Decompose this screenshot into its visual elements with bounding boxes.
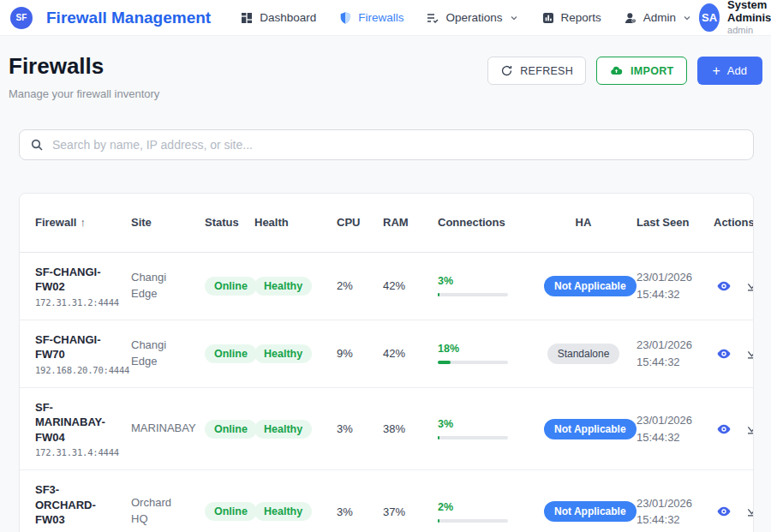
- column-label: Status: [205, 216, 239, 229]
- bar-chart-icon: [541, 11, 555, 25]
- firewall-ip: 192.168.20.70:4444: [35, 365, 117, 375]
- connections-value: 3%: [438, 275, 530, 287]
- trend-down-icon: [745, 346, 754, 362]
- last-seen-time: 15:44:32: [637, 513, 680, 526]
- firewall-name: SF-CHANGI-FW70: [35, 332, 117, 362]
- firewall-name: SF-CHANGI-FW02: [35, 265, 117, 295]
- firewall-ip: 172.31.31.2:4444: [35, 297, 117, 308]
- column-label: Connections: [438, 216, 505, 229]
- connections-value: 2%: [438, 501, 530, 513]
- column-header-last-seen[interactable]: Last Seen: [630, 194, 707, 252]
- cpu-value: 3%: [337, 422, 353, 435]
- nav-label: Operations: [445, 11, 502, 24]
- status-badge: Online: [205, 277, 257, 296]
- last-seen-date: 23/01/2026: [637, 338, 692, 351]
- nav-label: Firewalls: [358, 11, 403, 24]
- nav-label: Reports: [561, 11, 601, 24]
- column-header-connections[interactable]: Connections: [431, 194, 537, 252]
- table-row: SF-CHANGI-FW70 192.168.20.70:4444 Changi…: [20, 320, 754, 387]
- add-label: Add: [727, 64, 747, 77]
- firewall-table-card: Firewall↑ Site Status Health CPU RAM Con…: [19, 193, 754, 532]
- cpu-value: 2%: [337, 279, 353, 292]
- metrics-trend-button[interactable]: [743, 501, 754, 522]
- cpu-value: 9%: [337, 347, 353, 360]
- last-seen-time: 15:44:32: [637, 288, 680, 301]
- metrics-trend-button[interactable]: [743, 344, 754, 364]
- column-header-ha[interactable]: HA: [537, 194, 630, 252]
- page-header: Firewalls Manage your firewall inventory…: [0, 36, 771, 100]
- site-name: Changi Edge: [131, 338, 166, 368]
- column-header-health[interactable]: Health: [248, 194, 330, 252]
- column-header-firewall[interactable]: Firewall↑: [20, 194, 124, 252]
- chevron-down-icon: [682, 13, 692, 23]
- column-header-actions: Actions: [707, 194, 754, 252]
- import-label: IMPORT: [631, 65, 673, 77]
- eye-icon: [716, 346, 732, 362]
- avatar: SA: [699, 3, 720, 32]
- column-header-site[interactable]: Site: [124, 194, 198, 252]
- last-seen-date: 23/01/2026: [637, 414, 692, 427]
- nav-item-admin[interactable]: Admin: [624, 11, 692, 25]
- firewall-name: SF3-ORCHARD-FW03: [35, 482, 117, 528]
- connections-progress-bar: [438, 293, 508, 296]
- health-badge: Healthy: [254, 420, 312, 439]
- last-seen-date: 23/01/2026: [637, 497, 692, 510]
- trend-down-icon: [745, 504, 754, 519]
- eye-icon: [716, 278, 732, 294]
- refresh-label: REFRESH: [520, 65, 573, 77]
- column-label: Health: [254, 216, 289, 229]
- search-box: [19, 129, 754, 160]
- site-name: MARINABAY: [131, 421, 196, 434]
- nav-item-firewalls[interactable]: Firewalls: [338, 11, 403, 25]
- column-label: Last Seen: [637, 216, 689, 229]
- page-title: Firewalls: [9, 53, 159, 80]
- table-header-row: Firewall↑ Site Status Health CPU RAM Con…: [20, 194, 754, 252]
- nav-item-dashboard[interactable]: Dashboard: [240, 11, 316, 25]
- nav-item-operations[interactable]: Operations: [426, 11, 518, 25]
- view-details-button[interactable]: [714, 501, 734, 522]
- view-details-button[interactable]: [714, 276, 734, 296]
- dashboard-grid-icon: [240, 11, 254, 25]
- ram-value: 37%: [383, 505, 405, 518]
- connections-progress-bar: [438, 436, 508, 439]
- cloud-upload-icon: [609, 64, 624, 77]
- app-logo[interactable]: SF: [10, 7, 33, 29]
- connections-progress-fill: [438, 293, 439, 296]
- status-badge: Online: [205, 502, 257, 521]
- nav-label: Admin: [643, 11, 676, 24]
- nav-item-reports[interactable]: Reports: [541, 11, 601, 25]
- cpu-value: 3%: [337, 505, 353, 518]
- column-label: Actions: [714, 216, 754, 229]
- connections-progress-bar: [438, 519, 508, 523]
- eye-icon: [716, 504, 732, 519]
- add-button[interactable]: + Add: [697, 57, 762, 85]
- column-header-ram[interactable]: RAM: [376, 194, 431, 252]
- user-name: System Administrator: [727, 0, 771, 25]
- refresh-icon: [500, 64, 513, 77]
- view-details-button[interactable]: [714, 419, 734, 439]
- firewall-ip: 172.31.31.4:4444: [35, 447, 117, 457]
- table-row: SF-CHANGI-FW02 172.31.31.2:4444 Changi E…: [20, 252, 754, 320]
- column-label: Firewall: [35, 216, 76, 229]
- site-name: Orchard HQ: [131, 496, 171, 525]
- metrics-trend-button[interactable]: [743, 276, 754, 296]
- search-icon: [30, 138, 44, 152]
- user-gear-icon: [624, 11, 637, 25]
- sort-asc-icon: ↑: [80, 216, 86, 229]
- eye-icon: [716, 421, 732, 437]
- ha-badge: Standalone: [547, 344, 620, 364]
- logo-text: SF: [16, 13, 27, 22]
- column-header-cpu[interactable]: CPU: [330, 194, 376, 252]
- user-menu[interactable]: SA System Administrator admin: [699, 0, 771, 36]
- metrics-trend-button[interactable]: [743, 419, 754, 439]
- column-header-status[interactable]: Status: [198, 194, 248, 252]
- refresh-button[interactable]: REFRESH: [487, 57, 586, 85]
- ram-value: 42%: [383, 279, 405, 292]
- column-label: Site: [131, 216, 152, 229]
- import-button[interactable]: IMPORT: [596, 57, 686, 85]
- list-check-icon: [426, 11, 439, 25]
- status-badge: Online: [205, 420, 257, 439]
- search-input[interactable]: [52, 138, 743, 152]
- view-details-button[interactable]: [714, 344, 734, 364]
- health-badge: Healthy: [254, 277, 312, 296]
